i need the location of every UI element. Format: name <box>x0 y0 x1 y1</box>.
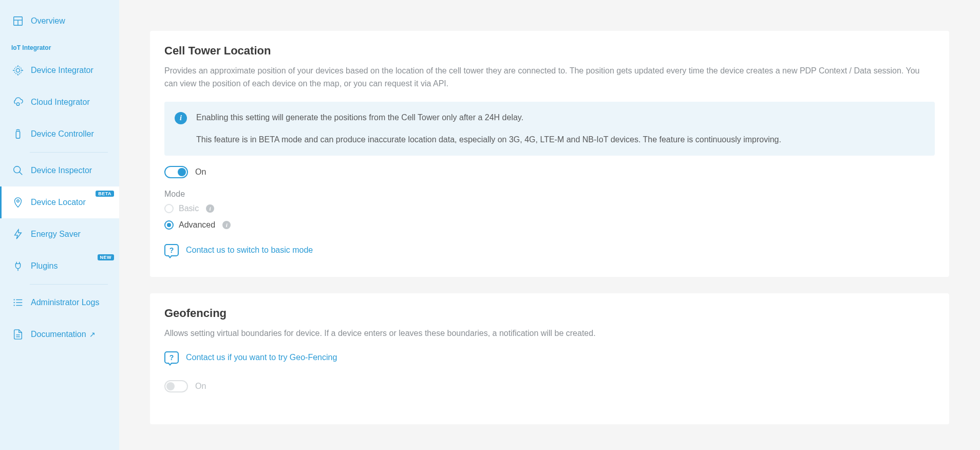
cloud-gear-icon <box>12 97 24 108</box>
sidebar-item-device-locator[interactable]: Device Locator BETA <box>0 186 119 218</box>
sidebar-item-energy-saver[interactable]: Energy Saver <box>0 218 119 250</box>
geofencing-title: Geofencing <box>164 307 935 320</box>
chip-icon <box>12 65 24 76</box>
external-link-icon: ↗ <box>89 330 96 339</box>
sidebar-item-admin-logs[interactable]: Administrator Logs <box>0 287 119 318</box>
sidebar-item-label: Overview <box>31 16 65 26</box>
svg-marker-14 <box>15 230 22 239</box>
geofencing-card: Geofencing Allows setting virtual bounda… <box>150 293 949 424</box>
link-text: Contact us to switch to basic mode <box>186 246 313 255</box>
svg-point-11 <box>14 166 21 173</box>
info-icon: i <box>175 112 187 124</box>
radio-icon <box>164 220 174 230</box>
sidebar-item-label: Device Controller <box>31 129 94 139</box>
sidebar-item-label: Cloud Integrator <box>31 98 90 107</box>
svg-rect-10 <box>16 132 20 139</box>
geofencing-toggle-row: On <box>164 380 935 392</box>
list-icon <box>12 297 24 308</box>
svg-line-12 <box>20 172 23 175</box>
sidebar-item-plugins[interactable]: Plugins NEW <box>0 250 119 282</box>
chat-question-icon: ? <box>164 244 179 256</box>
svg-point-18 <box>14 299 14 300</box>
sidebar-item-device-integrator[interactable]: Device Integrator <box>0 54 119 86</box>
info-tooltip-icon[interactable]: i <box>222 221 231 229</box>
divider <box>30 152 108 153</box>
link-text: Contact us if you want to try Geo-Fencin… <box>186 353 337 362</box>
sidebar-item-label: Device Locator <box>31 198 86 207</box>
pin-icon <box>12 197 24 208</box>
plug-icon <box>12 260 24 272</box>
svg-point-9 <box>16 103 20 106</box>
svg-point-20 <box>14 305 14 306</box>
radio-icon <box>164 204 174 213</box>
info-line-2: This feature is in BETA mode and can pro… <box>196 133 781 146</box>
info-text: Enabling this setting will generate the … <box>196 111 781 146</box>
sidebar-item-cloud-integrator[interactable]: Cloud Integrator <box>0 86 119 118</box>
info-tooltip-icon[interactable]: i <box>206 204 214 213</box>
sidebar-item-overview[interactable]: Overview <box>0 5 119 37</box>
sidebar-item-label: Device Integrator <box>31 66 93 75</box>
svg-point-19 <box>14 303 14 303</box>
cell-tower-card: Cell Tower Location Provides an approxim… <box>150 31 949 277</box>
mode-radio-basic[interactable]: Basic i <box>164 204 935 213</box>
sidebar-section-label: IoT Integrator <box>0 37 119 54</box>
geofencing-description: Allows setting virtual boundaries for de… <box>164 327 935 340</box>
mode-label: Mode <box>164 190 935 199</box>
chat-question-icon: ? <box>164 351 179 364</box>
sidebar-item-label: Plugins <box>31 261 58 271</box>
radio-label: Advanced <box>179 220 215 230</box>
bolt-icon <box>12 229 24 240</box>
cell-tower-toggle-row: On <box>164 166 935 178</box>
info-box: i Enabling this setting will generate th… <box>164 102 935 156</box>
svg-point-3 <box>16 68 20 72</box>
mode-radio-advanced[interactable]: Advanced i <box>164 220 935 230</box>
geofencing-toggle-label: On <box>195 382 206 391</box>
geofencing-toggle[interactable] <box>164 380 188 392</box>
sidebar: Overview IoT Integrator Device Integrato… <box>0 0 119 450</box>
grid-icon <box>12 15 24 27</box>
sidebar-item-documentation[interactable]: Documentation ↗ <box>0 318 119 350</box>
svg-point-13 <box>17 200 20 202</box>
sidebar-item-label: Energy Saver <box>31 230 81 239</box>
cell-tower-toggle-label: On <box>195 167 206 177</box>
cell-tower-toggle[interactable] <box>164 166 188 178</box>
search-icon <box>12 165 24 176</box>
beta-badge: BETA <box>96 191 114 197</box>
new-badge: NEW <box>98 254 115 260</box>
contact-geofencing-link[interactable]: ? Contact us if you want to try Geo-Fenc… <box>164 351 935 364</box>
sidebar-item-label: Device Inspector <box>31 166 92 175</box>
contact-basic-mode-link[interactable]: ? Contact us to switch to basic mode <box>164 244 935 256</box>
sidebar-item-device-controller[interactable]: Device Controller <box>0 118 119 150</box>
sidebar-item-device-inspector[interactable]: Device Inspector <box>0 155 119 186</box>
divider <box>30 284 108 285</box>
document-icon <box>12 329 24 340</box>
sidebar-item-label: Administrator Logs <box>31 298 99 307</box>
remote-icon <box>12 128 24 140</box>
svg-point-4 <box>14 67 22 74</box>
cell-tower-title: Cell Tower Location <box>164 44 935 58</box>
radio-label: Basic <box>179 204 199 213</box>
sidebar-item-label: Documentation <box>31 330 86 339</box>
cell-tower-description: Provides an approximate position of your… <box>164 65 935 90</box>
mode-radio-group: Basic i Advanced i <box>164 204 935 230</box>
main-content: Cell Tower Location Provides an approxim… <box>119 0 980 450</box>
info-line-1: Enabling this setting will generate the … <box>196 111 781 124</box>
